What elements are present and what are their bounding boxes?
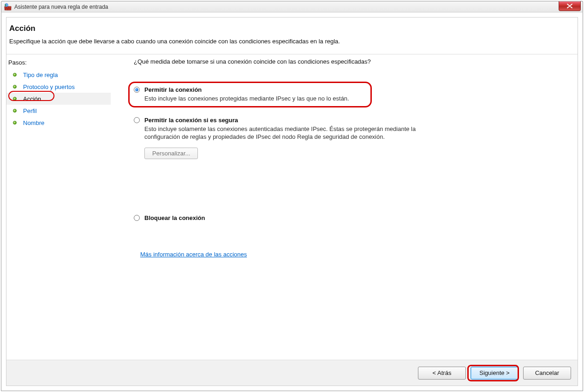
option-title: Permitir la conexión si es segura xyxy=(144,117,238,124)
steps-heading: Pasos: xyxy=(6,58,111,69)
option-permitir: Permitir la conexión Esto incluye las co… xyxy=(134,86,568,103)
wizard-footer: < Atrás Siguiente > Cancelar xyxy=(6,360,578,386)
title-bar: Asistente para nueva regla de entrada xyxy=(1,1,583,12)
step-nombre[interactable]: Nombre xyxy=(6,117,111,129)
radio-permitir-segura[interactable] xyxy=(134,117,140,123)
svg-rect-3 xyxy=(9,6,11,8)
step-link[interactable]: Protocolo y puertos xyxy=(23,83,75,90)
back-button[interactable]: < Atrás xyxy=(418,367,466,380)
step-label-current: Acción xyxy=(23,95,41,102)
next-button[interactable]: Siguiente > xyxy=(471,367,518,380)
step-link[interactable]: Perfil xyxy=(23,107,37,114)
page-title: Acción xyxy=(9,24,575,33)
more-info-link[interactable]: Más información acerca de las acciones xyxy=(140,251,247,258)
wizard-header: Acción Especifique la acción que debe ll… xyxy=(6,18,578,54)
step-link[interactable]: Tipo de regla xyxy=(23,71,58,78)
wizard-main: ¿Qué medida debe tomarse si una conexión… xyxy=(111,54,578,360)
cancel-button[interactable]: Cancelar xyxy=(523,367,571,380)
radio-bloquear[interactable] xyxy=(134,215,140,221)
annotation-ring-option xyxy=(128,82,372,107)
step-bullet-icon xyxy=(13,73,17,77)
window-title: Asistente para nueva regla de entrada xyxy=(14,4,108,10)
step-link[interactable]: Nombre xyxy=(23,119,44,126)
step-protocolo-y-puertos[interactable]: Protocolo y puertos xyxy=(6,81,111,93)
steps-sidebar: Pasos: Tipo de regla Protocolo y puertos… xyxy=(6,54,111,360)
customize-button: Personalizar... xyxy=(144,148,198,159)
option-title: Bloquear la conexión xyxy=(144,214,205,221)
page-subtitle: Especifique la acción que debe llevarse … xyxy=(9,38,575,45)
svg-point-7 xyxy=(5,4,6,6)
option-desc: Esto incluye solamente las conexiones au… xyxy=(144,125,440,141)
step-bullet-icon xyxy=(13,109,17,113)
step-bullet-icon xyxy=(13,121,17,125)
window-close-button[interactable] xyxy=(559,1,581,11)
svg-rect-5 xyxy=(8,8,10,10)
question-text: ¿Qué medida debe tomarse si una conexión… xyxy=(134,58,568,65)
step-accion[interactable]: Acción xyxy=(6,93,111,105)
step-tipo-de-regla[interactable]: Tipo de regla xyxy=(6,69,111,81)
option-bloquear: Bloquear la conexión xyxy=(134,214,568,221)
option-title: Permitir la conexión xyxy=(144,86,202,93)
option-permitir-segura: Permitir la conexión si es segura Esto i… xyxy=(134,117,568,159)
step-perfil[interactable]: Perfil xyxy=(6,105,111,117)
step-bullet-icon xyxy=(13,97,17,101)
svg-rect-4 xyxy=(6,8,8,10)
step-bullet-icon xyxy=(13,85,17,89)
firewall-icon xyxy=(4,3,12,11)
radio-permitir[interactable] xyxy=(134,87,140,93)
option-desc: Esto incluye las conexiones protegidas m… xyxy=(144,95,440,103)
